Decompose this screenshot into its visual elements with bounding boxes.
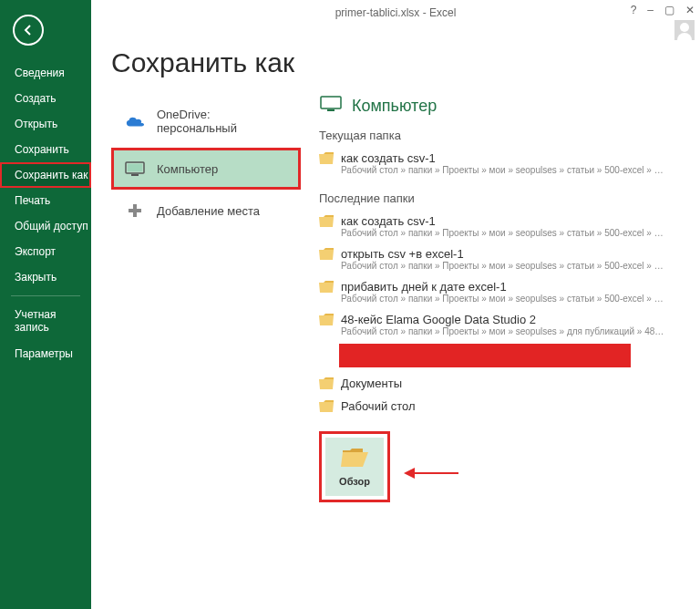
window-title: primer-tablici.xlsx - Excel bbox=[335, 6, 457, 19]
nav-save[interactable]: Сохранить bbox=[0, 137, 91, 162]
folder-name: как создать csv-1 bbox=[341, 151, 436, 165]
current-folder[interactable]: как создать csv-1 Рабочий стол » папки »… bbox=[319, 148, 682, 181]
folder-icon bbox=[319, 377, 334, 389]
place-computer[interactable]: Компьютер bbox=[111, 148, 301, 190]
plus-icon bbox=[124, 202, 146, 219]
nav-info[interactable]: Сведения bbox=[0, 60, 91, 86]
computer-icon bbox=[319, 95, 343, 118]
detail-header: Компьютер bbox=[319, 95, 682, 118]
svg-rect-4 bbox=[129, 209, 141, 212]
current-folder-label: Текущая папка bbox=[319, 129, 682, 142]
restore-icon[interactable]: ▢ bbox=[664, 4, 674, 16]
recent-folder[interactable]: 48-кейс Elama Google Data Studio 2 Рабоч… bbox=[319, 309, 682, 342]
divider bbox=[11, 295, 80, 296]
backstage-sidebar: Сведения Создать Открыть Сохранить Сохра… bbox=[0, 0, 91, 609]
folder-name: Документы bbox=[341, 377, 402, 390]
place-label: OneDrive: персональный bbox=[157, 108, 288, 135]
place-label: Добавление места bbox=[157, 204, 260, 218]
nav-share[interactable]: Общий доступ bbox=[0, 213, 91, 239]
nav-close[interactable]: Закрыть bbox=[0, 264, 91, 290]
place-onedrive[interactable]: OneDrive: персональный bbox=[111, 95, 301, 148]
folder-icon bbox=[319, 248, 334, 260]
computer-icon bbox=[124, 160, 146, 177]
window-controls: ? – ▢ ✕ bbox=[631, 4, 695, 16]
detail-title: Компьютер bbox=[352, 97, 437, 116]
redacted-block bbox=[339, 344, 631, 367]
folder-open-icon bbox=[341, 447, 368, 470]
nav-export[interactable]: Экспорт bbox=[0, 239, 91, 264]
svg-rect-2 bbox=[131, 174, 139, 176]
folder-path: Рабочий стол » папки » Проекты » мои » s… bbox=[319, 326, 665, 336]
svg-rect-1 bbox=[128, 164, 142, 171]
nav-save-as[interactable]: Сохранить как bbox=[0, 162, 91, 188]
folder-name: как создать csv-1 bbox=[341, 214, 436, 228]
nav-options[interactable]: Параметры bbox=[0, 341, 91, 366]
recent-folder[interactable]: прибавить дней к дате excel-1 Рабочий ст… bbox=[319, 276, 682, 309]
browse-highlight: Обзор bbox=[319, 431, 390, 502]
recent-folder[interactable]: Рабочий стол bbox=[319, 396, 682, 418]
nav-open[interactable]: Открыть bbox=[0, 111, 91, 137]
browse-label: Обзор bbox=[339, 476, 370, 487]
save-places-list: OneDrive: персональный Компьютер Добавле… bbox=[111, 95, 301, 502]
cloud-icon bbox=[124, 113, 146, 129]
folder-name: Рабочий стол bbox=[341, 399, 416, 413]
place-add-location[interactable]: Добавление места bbox=[111, 190, 301, 232]
folder-name: открыть csv +в excel-1 bbox=[341, 247, 464, 261]
folder-icon bbox=[319, 400, 334, 412]
folder-icon bbox=[319, 314, 334, 325]
title-bar: primer-tablici.xlsx - Excel ? – ▢ ✕ bbox=[91, 0, 700, 26]
folder-icon bbox=[319, 215, 334, 227]
page-title: Сохранить как bbox=[111, 47, 682, 78]
folder-path: Рабочий стол » папки » Проекты » мои » s… bbox=[319, 165, 665, 175]
folder-icon bbox=[319, 281, 334, 293]
browse-button[interactable]: Обзор bbox=[325, 438, 384, 496]
nav-account[interactable]: Учетная запись bbox=[0, 302, 91, 341]
help-icon[interactable]: ? bbox=[631, 4, 637, 16]
folder-icon bbox=[319, 152, 334, 164]
recent-folder[interactable]: открыть csv +в excel-1 Рабочий стол » па… bbox=[319, 243, 682, 276]
backstage-main: Сохранить как OneDrive: персональный Ком… bbox=[91, 36, 700, 609]
annotation-arrow bbox=[404, 467, 458, 483]
folder-name: прибавить дней к дате excel-1 bbox=[341, 280, 507, 294]
close-icon[interactable]: ✕ bbox=[685, 4, 695, 16]
nav-new[interactable]: Создать bbox=[0, 86, 91, 111]
recent-folders-label: Последние папки bbox=[319, 191, 682, 205]
back-button[interactable] bbox=[13, 15, 44, 46]
recent-folder[interactable]: Документы bbox=[319, 373, 682, 396]
minimize-icon[interactable]: – bbox=[647, 4, 654, 16]
place-label: Компьютер bbox=[157, 162, 218, 176]
folder-path: Рабочий стол » папки » Проекты » мои » s… bbox=[319, 261, 665, 271]
folder-path: Рабочий стол » папки » Проекты » мои » s… bbox=[319, 228, 665, 238]
save-detail-pane: Компьютер Текущая папка как создать csv-… bbox=[301, 95, 682, 502]
svg-rect-6 bbox=[327, 109, 335, 111]
svg-rect-5 bbox=[321, 97, 341, 108]
folder-path: Рабочий стол » папки » Проекты » мои » s… bbox=[319, 294, 665, 304]
recent-folder[interactable]: как создать csv-1 Рабочий стол » папки »… bbox=[319, 211, 682, 243]
folder-name: 48-кейс Elama Google Data Studio 2 bbox=[341, 313, 536, 326]
nav-print[interactable]: Печать bbox=[0, 188, 91, 213]
